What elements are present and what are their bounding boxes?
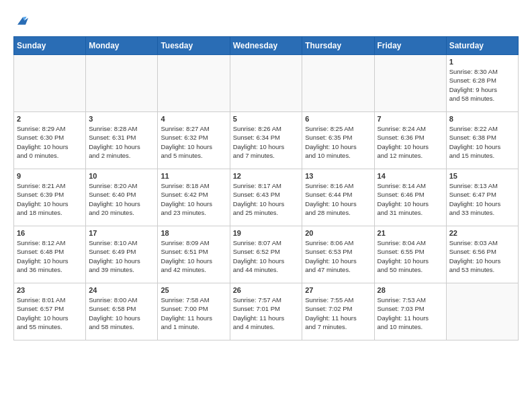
calendar-cell-0-6: 1Sunrise: 8:30 AM Sunset: 6:28 PM Daylig…	[446, 55, 518, 112]
day-number: 12	[233, 172, 300, 180]
calendar-cell-3-4: 20Sunrise: 8:06 AM Sunset: 6:53 PM Dayli…	[302, 226, 374, 283]
calendar-cell-4-1: 24Sunrise: 8:00 AM Sunset: 6:58 PM Dayli…	[86, 283, 158, 340]
week-row-3: 9Sunrise: 8:21 AM Sunset: 6:39 PM Daylig…	[14, 169, 519, 226]
day-info: Sunrise: 8:21 AM Sunset: 6:39 PM Dayligh…	[17, 181, 83, 217]
day-number: 20	[305, 229, 371, 237]
day-number: 15	[449, 172, 515, 180]
weekday-header-monday: Monday	[86, 37, 158, 55]
day-info: Sunrise: 7:53 AM Sunset: 7:03 PM Dayligh…	[378, 295, 443, 331]
weekday-header-saturday: Saturday	[446, 37, 518, 55]
day-number: 16	[17, 229, 83, 237]
calendar-cell-1-2: 4Sunrise: 8:27 AM Sunset: 6:32 PM Daylig…	[158, 112, 230, 169]
calendar-cell-4-4: 27Sunrise: 7:55 AM Sunset: 7:02 PM Dayli…	[302, 283, 374, 340]
day-info: Sunrise: 8:30 AM Sunset: 6:28 PM Dayligh…	[449, 67, 515, 103]
day-info: Sunrise: 8:01 AM Sunset: 6:57 PM Dayligh…	[17, 295, 83, 331]
weekday-header-wednesday: Wednesday	[230, 37, 302, 55]
day-number: 25	[161, 286, 226, 294]
calendar-cell-2-5: 14Sunrise: 8:14 AM Sunset: 6:46 PM Dayli…	[374, 169, 446, 226]
day-number: 13	[305, 172, 371, 180]
svg-marker-0	[17, 17, 28, 25]
day-info: Sunrise: 8:14 AM Sunset: 6:46 PM Dayligh…	[378, 181, 443, 217]
day-info: Sunrise: 8:16 AM Sunset: 6:44 PM Dayligh…	[305, 181, 371, 217]
weekday-header-row: SundayMondayTuesdayWednesdayThursdayFrid…	[14, 37, 519, 55]
day-number: 9	[17, 172, 83, 180]
calendar-cell-3-5: 21Sunrise: 8:04 AM Sunset: 6:55 PM Dayli…	[374, 226, 446, 283]
header	[13, 13, 519, 30]
day-number: 26	[233, 286, 300, 294]
calendar-cell-0-2	[158, 55, 230, 112]
day-info: Sunrise: 8:27 AM Sunset: 6:32 PM Dayligh…	[161, 124, 226, 160]
calendar-cell-3-0: 16Sunrise: 8:12 AM Sunset: 6:48 PM Dayli…	[14, 226, 86, 283]
day-number: 11	[161, 172, 226, 180]
day-number: 17	[89, 229, 154, 237]
calendar-cell-2-3: 12Sunrise: 8:17 AM Sunset: 6:43 PM Dayli…	[230, 169, 302, 226]
day-info: Sunrise: 8:26 AM Sunset: 6:34 PM Dayligh…	[233, 124, 300, 160]
day-number: 21	[378, 229, 443, 237]
day-info: Sunrise: 7:58 AM Sunset: 7:00 PM Dayligh…	[161, 295, 226, 331]
weekday-header-friday: Friday	[374, 37, 446, 55]
calendar-cell-4-5: 28Sunrise: 7:53 AM Sunset: 7:03 PM Dayli…	[374, 283, 446, 340]
weekday-header-sunday: Sunday	[14, 37, 86, 55]
day-info: Sunrise: 8:07 AM Sunset: 6:52 PM Dayligh…	[233, 238, 300, 274]
calendar-cell-3-2: 18Sunrise: 8:09 AM Sunset: 6:51 PM Dayli…	[158, 226, 230, 283]
day-number: 6	[305, 115, 371, 123]
calendar-cell-0-0	[14, 55, 86, 112]
day-info: Sunrise: 8:17 AM Sunset: 6:43 PM Dayligh…	[233, 181, 300, 217]
day-info: Sunrise: 8:22 AM Sunset: 6:38 PM Dayligh…	[449, 124, 515, 160]
calendar-cell-2-0: 9Sunrise: 8:21 AM Sunset: 6:39 PM Daylig…	[14, 169, 86, 226]
calendar-cell-2-4: 13Sunrise: 8:16 AM Sunset: 6:44 PM Dayli…	[302, 169, 374, 226]
calendar-cell-2-2: 11Sunrise: 8:18 AM Sunset: 6:42 PM Dayli…	[158, 169, 230, 226]
calendar-cell-0-4	[302, 55, 374, 112]
day-info: Sunrise: 8:13 AM Sunset: 6:47 PM Dayligh…	[449, 181, 515, 217]
day-number: 3	[89, 115, 154, 123]
logo-bird-icon	[15, 13, 31, 30]
day-number: 2	[17, 115, 83, 123]
weekday-header-thursday: Thursday	[302, 37, 374, 55]
calendar-cell-1-5: 7Sunrise: 8:24 AM Sunset: 6:36 PM Daylig…	[374, 112, 446, 169]
calendar-cell-4-0: 23Sunrise: 8:01 AM Sunset: 6:57 PM Dayli…	[14, 283, 86, 340]
day-info: Sunrise: 8:00 AM Sunset: 6:58 PM Dayligh…	[89, 295, 154, 331]
day-info: Sunrise: 8:24 AM Sunset: 6:36 PM Dayligh…	[378, 124, 443, 160]
weekday-header-tuesday: Tuesday	[158, 37, 230, 55]
calendar-cell-0-1	[86, 55, 158, 112]
calendar-cell-1-0: 2Sunrise: 8:29 AM Sunset: 6:30 PM Daylig…	[14, 112, 86, 169]
day-number: 14	[378, 172, 443, 180]
day-info: Sunrise: 7:55 AM Sunset: 7:02 PM Dayligh…	[305, 295, 371, 331]
day-number: 23	[17, 286, 83, 294]
day-number: 24	[89, 286, 154, 294]
logo	[13, 13, 31, 30]
day-number: 7	[378, 115, 443, 123]
day-info: Sunrise: 8:20 AM Sunset: 6:40 PM Dayligh…	[89, 181, 154, 217]
day-info: Sunrise: 8:04 AM Sunset: 6:55 PM Dayligh…	[378, 238, 443, 274]
calendar-cell-1-6: 8Sunrise: 8:22 AM Sunset: 6:38 PM Daylig…	[446, 112, 518, 169]
day-number: 4	[161, 115, 226, 123]
week-row-1: 1Sunrise: 8:30 AM Sunset: 6:28 PM Daylig…	[14, 55, 519, 112]
day-info: Sunrise: 8:18 AM Sunset: 6:42 PM Dayligh…	[161, 181, 226, 217]
day-number: 1	[449, 58, 515, 66]
day-number: 8	[449, 115, 515, 123]
calendar-cell-0-3	[230, 55, 302, 112]
day-info: Sunrise: 8:29 AM Sunset: 6:30 PM Dayligh…	[17, 124, 83, 160]
day-info: Sunrise: 8:03 AM Sunset: 6:56 PM Dayligh…	[449, 238, 515, 274]
day-number: 10	[89, 172, 154, 180]
calendar-table: SundayMondayTuesdayWednesdayThursdayFrid…	[13, 36, 519, 340]
week-row-5: 23Sunrise: 8:01 AM Sunset: 6:57 PM Dayli…	[14, 283, 519, 340]
calendar-cell-1-3: 5Sunrise: 8:26 AM Sunset: 6:34 PM Daylig…	[230, 112, 302, 169]
day-info: Sunrise: 8:06 AM Sunset: 6:53 PM Dayligh…	[305, 238, 371, 274]
day-info: Sunrise: 7:57 AM Sunset: 7:01 PM Dayligh…	[233, 295, 300, 331]
calendar-cell-0-5	[374, 55, 446, 112]
day-number: 18	[161, 229, 226, 237]
day-info: Sunrise: 8:28 AM Sunset: 6:31 PM Dayligh…	[89, 124, 154, 160]
week-row-2: 2Sunrise: 8:29 AM Sunset: 6:30 PM Daylig…	[14, 112, 519, 169]
calendar-cell-4-2: 25Sunrise: 7:58 AM Sunset: 7:00 PM Dayli…	[158, 283, 230, 340]
day-info: Sunrise: 8:12 AM Sunset: 6:48 PM Dayligh…	[17, 238, 83, 274]
calendar-cell-3-6: 22Sunrise: 8:03 AM Sunset: 6:56 PM Dayli…	[446, 226, 518, 283]
calendar-cell-2-1: 10Sunrise: 8:20 AM Sunset: 6:40 PM Dayli…	[86, 169, 158, 226]
week-row-4: 16Sunrise: 8:12 AM Sunset: 6:48 PM Dayli…	[14, 226, 519, 283]
day-number: 22	[449, 229, 515, 237]
calendar-cell-4-6	[446, 283, 518, 340]
day-number: 5	[233, 115, 300, 123]
calendar-cell-3-3: 19Sunrise: 8:07 AM Sunset: 6:52 PM Dayli…	[230, 226, 302, 283]
day-number: 27	[305, 286, 371, 294]
day-number: 19	[233, 229, 300, 237]
